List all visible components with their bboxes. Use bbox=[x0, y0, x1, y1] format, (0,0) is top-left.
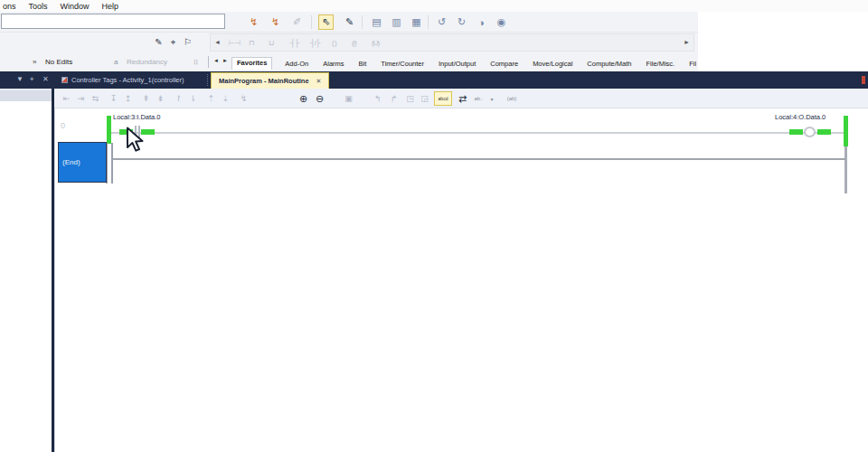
rung-wire bbox=[111, 132, 844, 134]
tab-compute-math[interactable]: Compute/Math bbox=[585, 59, 633, 69]
menu-item-communications[interactable]: ons bbox=[3, 2, 16, 11]
tabs-scroll-right-icon[interactable]: ► bbox=[222, 58, 228, 63]
search-pencil-icon[interactable]: ✐ bbox=[289, 14, 305, 30]
tab-bit[interactable]: Bit bbox=[357, 59, 369, 69]
menu-bar: ons Tools Window Help bbox=[0, 0, 868, 12]
coil-unlatch-button[interactable]: (U) bbox=[370, 36, 381, 50]
tag-paren-icon[interactable]: (ab) bbox=[503, 91, 521, 106]
tab-compare[interactable]: Compare bbox=[488, 59, 520, 69]
left-power-rail bbox=[106, 143, 113, 184]
coil-leg-left bbox=[789, 129, 803, 135]
assemble-edit-icon[interactable]: ⇞ bbox=[139, 91, 153, 106]
panel-dropdown-icon[interactable]: ▼ bbox=[16, 75, 24, 83]
edit-pencil-icon[interactable]: ✎ bbox=[342, 14, 357, 30]
zoom-in-icon[interactable]: ⊕ bbox=[297, 91, 310, 106]
go-online-icon[interactable]: ↯ bbox=[246, 14, 261, 30]
target-icon[interactable]: ⌖ bbox=[166, 35, 180, 49]
show-tag-names-icon[interactable]: abcd bbox=[434, 91, 452, 106]
zoom-region-icon[interactable]: ▣ bbox=[342, 91, 355, 106]
contact-no-button[interactable]: ┤├ bbox=[288, 36, 300, 50]
tab-controller-tags[interactable]: Controller Tags - Activity_1(controller) bbox=[56, 71, 190, 89]
rung-edit-icon[interactable]: ⇤ bbox=[60, 91, 73, 106]
menu-item-tools[interactable]: Tools bbox=[29, 2, 48, 11]
finalize-icon[interactable]: ↯ bbox=[237, 91, 250, 106]
menu-item-window[interactable]: Window bbox=[61, 2, 90, 11]
rung-edit-icon[interactable]: ⇥ bbox=[74, 91, 88, 106]
verify-routine-icon[interactable]: ◑ bbox=[474, 14, 489, 30]
panel-pin-icon[interactable]: ⌖ bbox=[30, 75, 34, 84]
tab-favorites[interactable]: Favorites bbox=[231, 57, 272, 70]
rung-edit-icon[interactable]: ⇆ bbox=[89, 91, 102, 106]
verify-cancel-icon[interactable]: ⇣ bbox=[219, 91, 232, 106]
left-power-rail-energized bbox=[107, 116, 111, 144]
import-icon[interactable]: ▥ bbox=[389, 14, 404, 30]
branch-button[interactable]: ⊓ bbox=[247, 36, 255, 50]
layout-icon[interactable]: ◳ bbox=[403, 91, 417, 106]
export-icon[interactable]: ▦ bbox=[409, 14, 424, 30]
rslogix-window: ons Tools Window Help ↯ ↯ ✐ ⇖ ✎ ▤ ▥ ▦ ↺ … bbox=[0, 0, 868, 452]
edits-icon: a bbox=[114, 58, 118, 66]
flag-icon[interactable]: ⚐ bbox=[181, 35, 194, 49]
wrap-icon[interactable]: ↰ bbox=[371, 91, 384, 106]
tab-close-icon[interactable]: ✕ bbox=[316, 78, 322, 85]
panel-selected-row[interactable] bbox=[0, 90, 52, 101]
zoom-out-icon[interactable]: ⊖ bbox=[313, 91, 326, 106]
unwrap-icon[interactable]: ↱ bbox=[387, 91, 401, 106]
panel-close-icon[interactable]: ✕ bbox=[42, 75, 49, 83]
pen-icon[interactable]: ✎ bbox=[152, 35, 165, 49]
overflow-chevron-icon[interactable]: » bbox=[33, 58, 36, 66]
rung-number[interactable]: 0 bbox=[61, 121, 65, 130]
instruction-palette: ◄ ⊢⊣ ⊓ ⊔ ┤├ ┤/├ ( ) (/) (U) ► bbox=[210, 33, 694, 52]
right-power-rail bbox=[844, 146, 847, 193]
coil-not-button[interactable]: (/) bbox=[350, 36, 358, 50]
end-label: (End) bbox=[59, 158, 80, 166]
coil-button[interactable]: ( ) bbox=[330, 36, 338, 50]
tab-move-logical[interactable]: Move/Logical bbox=[531, 59, 574, 69]
ladder-toolbar: ⇤ ⇥ ⇆ ↧ ↥ ⇞ ⇟ ↾ ⇂ ⇡ ⇣ ↯ ⊕ ⊖ ▣ ↰ ↱ ◳ ◲ ab… bbox=[54, 89, 868, 108]
tag-display-dropdown[interactable]: ab.. bbox=[472, 91, 486, 106]
dropdown-caret-icon[interactable]: ▾ bbox=[488, 91, 495, 106]
branch-level-button[interactable]: ⊔ bbox=[267, 36, 275, 50]
untest-edit-icon[interactable]: ⇂ bbox=[186, 91, 200, 106]
toolbar-separator bbox=[311, 15, 312, 29]
mouse-cursor bbox=[126, 127, 146, 154]
tab-file-shift[interactable]: File/Shift bbox=[687, 59, 696, 69]
tab-alarms[interactable]: Alarms bbox=[321, 59, 345, 69]
contact-nc-button[interactable]: ┤/├ bbox=[308, 36, 322, 50]
layout-alt-icon[interactable]: ◲ bbox=[418, 91, 431, 106]
tab-mainprogram-mainroutine[interactable]: MainProgram - MainRoutine ✕ bbox=[211, 72, 329, 89]
test-edit-icon[interactable]: ↾ bbox=[172, 91, 185, 106]
left-docked-panel bbox=[0, 89, 52, 452]
tab-add-on[interactable]: Add-On bbox=[283, 59, 310, 69]
redo-icon[interactable]: ↻ bbox=[454, 14, 469, 30]
palette-scroll-right-icon[interactable]: ► bbox=[684, 39, 690, 45]
download-icon[interactable]: ↯ bbox=[268, 14, 283, 30]
end-rung-marker[interactable]: (End) bbox=[58, 142, 107, 183]
menu-item-help[interactable]: Help bbox=[102, 2, 119, 11]
instruction-category-tabs: Favorites Add-On Alarms Bit Timer/Counte… bbox=[231, 55, 696, 71]
cancel-edit-icon[interactable]: ↥ bbox=[121, 91, 135, 106]
tab-label: Controller Tags - Activity_1(controller) bbox=[71, 76, 184, 84]
path-combo-box[interactable] bbox=[1, 14, 225, 29]
output-coil[interactable] bbox=[804, 127, 816, 137]
tab-timer-counter[interactable]: Timer/Counter bbox=[379, 59, 426, 69]
palette-scroll-left-icon[interactable]: ◄ bbox=[214, 39, 221, 45]
ladder-editor: 0 Local:3:I.Data.0 Local:4:O.Data.0 (End… bbox=[54, 108, 868, 452]
contact-tag[interactable]: Local:3:I.Data.0 bbox=[113, 113, 161, 121]
new-rung-button[interactable]: ⊢⊣ bbox=[227, 36, 241, 50]
tab-input-output[interactable]: Input/Output bbox=[437, 59, 477, 69]
toolbar-separator bbox=[362, 15, 363, 29]
coil-tag[interactable]: Local:4:O.Data.0 bbox=[775, 113, 826, 121]
cancel-assemble-icon[interactable]: ⇟ bbox=[154, 91, 167, 106]
verify-rung-icon[interactable]: ⇡ bbox=[204, 91, 218, 106]
accept-edit-icon[interactable]: ↧ bbox=[107, 91, 120, 106]
tab-file-misc[interactable]: File/Misc. bbox=[645, 59, 677, 69]
new-component-icon[interactable]: ▤ bbox=[369, 14, 384, 30]
tab-separator bbox=[207, 74, 208, 86]
tabs-scroll-left-icon[interactable]: ◄ bbox=[213, 58, 219, 63]
verify-controller-icon[interactable]: ◉ bbox=[494, 14, 509, 30]
select-cursor-icon[interactable]: ⇖ bbox=[318, 14, 334, 30]
toggle-tag-display-icon[interactable]: ⇄ bbox=[456, 91, 469, 106]
end-rung-wire bbox=[113, 158, 845, 160]
undo-icon[interactable]: ↺ bbox=[434, 14, 449, 30]
